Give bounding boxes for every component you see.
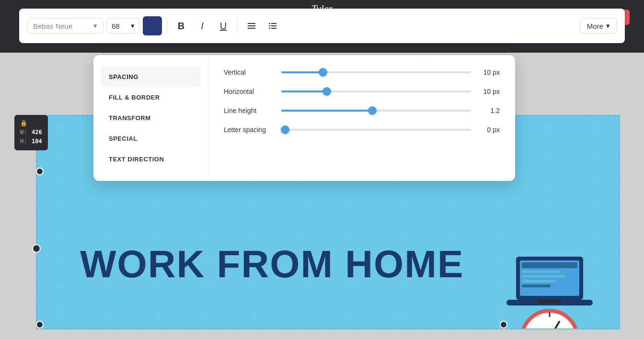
typography-panel: SPACING FILL & BORDER TRANSFORM SPECIAL …	[93, 55, 515, 181]
divider-2	[237, 18, 238, 34]
letter-spacing-slider-row: Letter spacing 0 px	[224, 126, 500, 134]
arrow-decoration-item: ▽	[37, 222, 85, 249]
svg-rect-2	[248, 28, 255, 29]
selection-handle-bottom-left[interactable]	[36, 321, 44, 328]
arrow-decoration-item: ▽	[571, 169, 619, 196]
more-label: More	[587, 22, 603, 30]
letter-spacing-slider[interactable]	[281, 129, 471, 131]
arrow-decoration-item: ▽	[183, 196, 231, 223]
align-icon	[247, 21, 256, 31]
height-label: H:	[20, 137, 28, 146]
vertical-value: 10 px	[471, 68, 500, 76]
more-chevron-icon: ▾	[606, 22, 610, 30]
vertical-slider-row: Vertical 10 px	[224, 68, 500, 76]
height-value: 104	[32, 137, 42, 146]
font-size-label: 68	[112, 22, 120, 30]
svg-rect-4	[271, 23, 276, 24]
svg-rect-21	[522, 275, 565, 278]
arrow-decoration-item: ▽	[522, 143, 571, 170]
arrow-decoration-item: ▽	[377, 302, 425, 329]
arrow-decoration-item: ▽	[134, 302, 183, 329]
arrow-decoration-item: ▽	[279, 196, 328, 223]
line-height-slider[interactable]	[281, 110, 471, 112]
nav-item-special[interactable]: SPECIAL	[101, 128, 200, 149]
font-family-label: Bebas Neue	[33, 22, 73, 30]
canvas-title[interactable]: WORK FROM HOME	[80, 245, 471, 283]
arrow-decoration-item: ▽	[522, 196, 571, 223]
color-swatch[interactable]	[143, 16, 162, 35]
arrow-decoration-item: ▽	[377, 196, 425, 223]
arrow-decoration-item: ▽	[183, 302, 231, 329]
font-family-selector[interactable]: Bebas Neue ▾	[27, 18, 104, 34]
width-label: W:	[20, 128, 28, 137]
list-button[interactable]	[264, 17, 282, 35]
divider-1	[167, 18, 167, 34]
dimensions-badge: 🔒 W: 426 H: 104	[14, 115, 48, 150]
arrow-decoration-item: ▽	[328, 196, 377, 223]
lock-icon: 🔒	[20, 119, 27, 128]
arrow-decoration-item: ▽	[85, 302, 134, 329]
arrow-decoration-item: ▽	[37, 196, 85, 223]
selection-handle-top-left[interactable]	[36, 168, 44, 175]
font-family-chevron-icon: ▾	[93, 22, 97, 30]
arrow-decoration-item: ▽	[473, 222, 522, 249]
italic-button[interactable]: I	[193, 17, 211, 35]
panel-nav: SPACING FILL & BORDER TRANSFORM SPECIAL …	[93, 55, 208, 181]
arrow-decoration-item: ▽	[425, 302, 473, 329]
nav-item-transform[interactable]: TRANSFORM	[101, 108, 200, 128]
svg-rect-23	[522, 284, 551, 287]
underline-button[interactable]: U	[214, 17, 232, 35]
nav-item-fill-border[interactable]: FILL & BORDER	[101, 87, 200, 108]
vertical-slider-thumb[interactable]	[319, 68, 327, 77]
arrow-decoration-item: ▽	[134, 196, 183, 223]
arrow-decoration-item: ▽	[571, 196, 619, 223]
arrow-decoration-item: ▽	[473, 196, 522, 223]
arrow-decoration-item: ▽	[571, 143, 619, 170]
svg-rect-1	[248, 25, 255, 26]
svg-rect-19	[522, 262, 577, 268]
list-icon	[268, 21, 277, 31]
svg-rect-8	[271, 28, 276, 29]
svg-rect-6	[271, 25, 276, 26]
svg-rect-3	[269, 23, 270, 24]
arrow-decoration-item: ▽	[85, 196, 134, 223]
arrow-decoration-item: ▽	[522, 116, 571, 143]
horizontal-slider[interactable]	[281, 90, 471, 92]
selection-handle-mid-left[interactable]	[32, 244, 41, 253]
horizontal-slider-thumb[interactable]	[322, 87, 331, 96]
line-height-slider-thumb[interactable]	[368, 106, 377, 115]
more-button[interactable]: More ▾	[580, 18, 617, 34]
nav-item-spacing[interactable]: SPACING	[101, 67, 200, 87]
nav-item-text-direction[interactable]: TEXT DIRECTION	[101, 149, 200, 170]
panel-content: Vertical 10 px Horizontal 10 px Line hei…	[208, 55, 515, 181]
arrow-decoration-item: ▽	[571, 116, 619, 143]
arrow-decoration-item: ▽	[37, 249, 85, 276]
vertical-slider[interactable]	[281, 71, 471, 73]
letter-spacing-value: 0 px	[471, 126, 500, 134]
horizontal-slider-row: Horizontal 10 px	[224, 88, 500, 95]
svg-rect-20	[522, 270, 560, 273]
bold-button[interactable]: B	[172, 17, 190, 35]
line-height-label: Line height	[224, 107, 281, 114]
vertical-slider-fill	[281, 71, 323, 73]
arrow-decoration-item: ▽	[231, 302, 279, 329]
arrow-decoration-item: ▽	[279, 302, 328, 329]
arrow-decoration-item: ▽	[328, 302, 377, 329]
svg-rect-0	[248, 23, 255, 24]
font-size-chevron-icon: ▾	[131, 22, 135, 30]
arrow-decoration-item: ▽	[425, 196, 473, 223]
width-value: 426	[32, 128, 42, 137]
letter-spacing-slider-thumb[interactable]	[281, 125, 289, 134]
horizontal-label: Horizontal	[224, 88, 281, 95]
horizontal-slider-fill	[281, 90, 327, 92]
selection-handle-mid-right[interactable]	[500, 321, 507, 328]
arrow-decoration-item: ▽	[571, 222, 619, 249]
letter-spacing-label: Letter spacing	[224, 126, 281, 134]
svg-rect-5	[269, 25, 270, 26]
arrow-decoration-item: ▽	[37, 302, 85, 329]
line-height-slider-row: Line height 1.2	[224, 107, 500, 114]
font-size-selector[interactable]: 68 ▾	[106, 18, 140, 34]
arrow-decoration-item: ▽	[231, 196, 279, 223]
svg-rect-22	[522, 280, 555, 282]
align-button[interactable]	[242, 17, 261, 35]
